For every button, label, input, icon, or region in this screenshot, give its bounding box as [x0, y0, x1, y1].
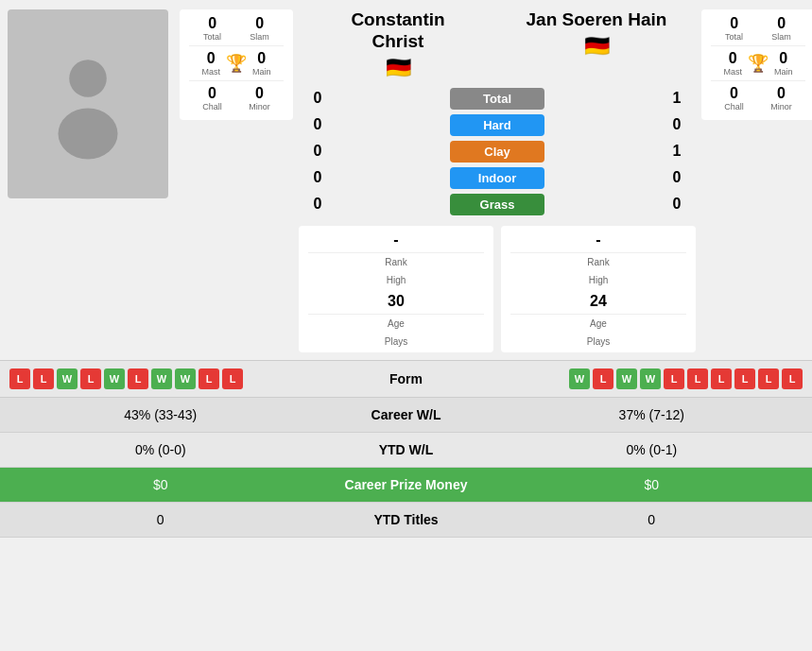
left-rank-label: Rank	[308, 257, 484, 267]
svg-point-1	[59, 109, 118, 160]
left-slam-value: 0	[250, 15, 269, 32]
prize-row: $0 Career Prize Money $0	[0, 468, 812, 503]
right-flag: 🇩🇪	[497, 34, 696, 59]
right-form-badges: WLWWLLLLLL	[463, 368, 803, 389]
right-slam-label: Slam	[771, 32, 791, 42]
total-badge-label: Total	[450, 88, 544, 110]
indoor-badge: Indoor	[337, 167, 658, 189]
top-section: 0 Total 0 Slam 0 Mast 🏆 0	[0, 0, 812, 352]
right-chall-value: 0	[724, 85, 744, 102]
left-age-label: Age	[308, 318, 484, 329]
grass-badge: Grass	[337, 194, 658, 215]
form-badge-l: L	[9, 368, 30, 389]
left-age-value: 30	[308, 293, 484, 310]
left-total-label: Total	[203, 32, 221, 42]
right-chall-label: Chall	[724, 102, 744, 111]
form-badge-l: L	[711, 368, 732, 389]
surface-row-hard: 0 Hard 0	[299, 114, 696, 136]
form-badge-l: L	[758, 368, 779, 389]
surface-row-total: 0 Total 1	[299, 88, 696, 110]
right-rank-label: Rank	[510, 257, 686, 267]
left-clay-score: 0	[299, 143, 337, 160]
left-high-label: High	[308, 275, 484, 285]
left-mast-label: Mast	[201, 67, 220, 77]
right-total-score: 1	[658, 90, 696, 107]
left-name-block: ConstantinChrist 🇩🇪	[299, 9, 497, 80]
total-badge: Total	[337, 88, 658, 110]
ytd-wl-right: 0% (0-1)	[501, 442, 803, 457]
bottom-stats: 43% (33-43) Career W/L 37% (7-12) 0% (0-…	[0, 398, 812, 538]
names-flags-row: ConstantinChrist 🇩🇪 Jan Soeren Hain 🇩🇪	[299, 9, 696, 80]
form-badge-l: L	[199, 368, 219, 389]
left-chall-label: Chall	[202, 102, 222, 111]
left-player-photo	[8, 9, 168, 198]
ytd-wl-row: 0% (0-0) YTD W/L 0% (0-1)	[0, 433, 812, 468]
left-main-value: 0	[252, 50, 271, 67]
left-plays-label: Plays	[308, 336, 484, 347]
left-chall-value: 0	[202, 85, 222, 102]
surface-row-indoor: 0 Indoor 0	[299, 167, 696, 189]
form-badge-w: W	[569, 368, 590, 389]
titles-left: 0	[9, 512, 312, 527]
surface-row-clay: 0 Clay 1	[299, 141, 696, 163]
form-badge-l: L	[687, 368, 708, 389]
right-main-value: 0	[774, 50, 793, 67]
career-wl-left: 43% (33-43)	[9, 407, 312, 422]
form-badge-l: L	[80, 368, 101, 389]
surface-table: 0 Total 1 0 Hard 0 0	[299, 88, 696, 220]
prize-right: $0	[501, 477, 803, 492]
right-minor-label: Minor	[770, 102, 792, 111]
clay-badge-label: Clay	[450, 141, 544, 163]
left-hard-score: 0	[299, 116, 337, 133]
right-main-label: Main	[774, 67, 793, 77]
right-total-value: 0	[725, 15, 743, 32]
left-mast-value: 0	[201, 50, 220, 67]
right-high-label: High	[510, 275, 686, 285]
trophy-icon: 🏆	[226, 53, 247, 74]
hard-badge: Hard	[337, 114, 658, 136]
left-total-score: 0	[299, 90, 337, 107]
career-wl-label: Career W/L	[312, 407, 501, 422]
prize-left: $0	[9, 477, 312, 492]
form-section: LLWLWLWWLL Form WLWWLLLLLL	[0, 360, 812, 398]
form-badge-l: L	[593, 368, 613, 389]
form-label: Form	[350, 371, 463, 386]
form-badge-l: L	[734, 368, 755, 389]
right-age-label: Age	[510, 318, 686, 329]
right-trophy-icon: 🏆	[748, 53, 769, 74]
surface-row-grass: 0 Grass 0	[299, 194, 696, 215]
prize-label: Career Prize Money	[312, 477, 501, 492]
form-badge-w: W	[57, 368, 78, 389]
form-badge-w: W	[175, 368, 196, 389]
right-plays-label: Plays	[510, 336, 686, 347]
form-badge-l: L	[33, 368, 54, 389]
center-inner-cards: - Rank High 30 Age Plays	[299, 226, 696, 352]
center-block: ConstantinChrist 🇩🇪 Jan Soeren Hain 🇩🇪 0…	[299, 9, 696, 352]
left-flag: 🇩🇪	[299, 56, 497, 80]
right-grass-score: 0	[658, 196, 696, 213]
right-total-label: Total	[725, 32, 743, 42]
left-total-value: 0	[203, 15, 221, 32]
career-wl-row: 43% (33-43) Career W/L 37% (7-12)	[0, 398, 812, 433]
left-indoor-score: 0	[299, 169, 337, 186]
left-center-card: - Rank High 30 Age Plays	[299, 226, 493, 352]
left-slam-label: Slam	[250, 32, 269, 42]
form-badge-l: L	[128, 368, 148, 389]
right-name-block: Jan Soeren Hain 🇩🇪	[497, 9, 696, 59]
left-minor-value: 0	[249, 85, 270, 102]
form-badge-l: L	[222, 368, 243, 389]
right-indoor-score: 0	[658, 169, 696, 186]
titles-row: 0 YTD Titles 0	[0, 503, 812, 538]
ytd-wl-label: YTD W/L	[312, 442, 501, 457]
left-player-name: ConstantinChrist	[299, 9, 497, 53]
indoor-badge-label: Indoor	[450, 167, 544, 189]
left-rank-value: -	[308, 231, 484, 248]
left-form-badges: LLWLWLWWLL	[9, 368, 350, 389]
right-age-value: 24	[510, 293, 686, 310]
right-center-card: - Rank High 24 Age Plays	[501, 226, 696, 352]
form-badge-w: W	[104, 368, 125, 389]
form-badge-l: L	[664, 368, 684, 389]
right-slam-value: 0	[771, 15, 791, 32]
right-rank-value: -	[510, 231, 686, 248]
right-mast-label: Mast	[723, 67, 742, 77]
